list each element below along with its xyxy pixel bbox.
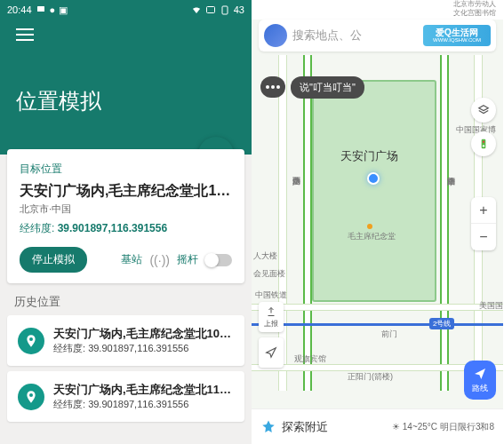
poi-memorial: 毛主席纪念堂	[348, 231, 396, 242]
pin-icon	[18, 328, 44, 354]
history-item[interactable]: 天安门广场内,毛主席纪念堂北110米 经纬度: 39.901897,116.39…	[7, 371, 244, 422]
history-section-title: 历史位置	[14, 294, 252, 310]
status-bar: 20:44 ● ▣ 43	[0, 0, 252, 20]
cast-icon	[205, 4, 216, 15]
sun-icon: ☀	[392, 422, 400, 432]
park-area	[312, 80, 436, 302]
weather-info: ☀ 14~25°C 明日限行3和8	[392, 422, 494, 432]
poi-tieda: 中国铁道	[255, 289, 287, 301]
voice-tip[interactable]: 说"叮当叮当"	[291, 76, 364, 99]
target-address: 天安门广场内,毛主席纪念堂北109..	[20, 182, 232, 201]
history-coord: 经纬度: 39.901897,116.391556	[53, 342, 234, 355]
svg-rect-3	[482, 139, 486, 149]
history-address: 天安门广场内,毛主席纪念堂北109米	[53, 326, 234, 342]
stop-button[interactable]: 停止模拟	[20, 247, 87, 273]
joystick-toggle[interactable]	[205, 254, 232, 266]
poi-huimian: 会见面楼	[253, 268, 285, 280]
search-input[interactable]: 搜索地点、公	[292, 28, 418, 44]
park-name: 天安门广场	[340, 148, 398, 164]
wifi-icon	[191, 4, 202, 15]
more-button[interactable]	[260, 76, 285, 98]
target-label: 目标位置	[20, 162, 232, 177]
app-icon: ▣	[59, 4, 68, 16]
zoom-controls: + −	[471, 197, 496, 250]
menu-icon[interactable]	[16, 28, 34, 41]
poi-renda: 人大楼	[253, 250, 277, 262]
layers-button[interactable]	[471, 98, 496, 123]
battery-icon	[220, 4, 230, 15]
pin-icon	[18, 384, 44, 410]
svg-point-4	[483, 141, 484, 143]
target-city: 北京市·中国	[20, 202, 232, 216]
current-location-dot	[367, 172, 380, 185]
subway-line-badge: 2号线	[429, 318, 454, 329]
target-coord: 经纬度: 39.901897,116.391556	[20, 221, 232, 236]
history-address: 天安门广场内,毛主席纪念堂北110米	[53, 382, 234, 398]
target-card: 目标位置 天安门广场内,毛主席纪念堂北109.. 北京市·中国 经纬度: 39.…	[7, 149, 244, 283]
msg-icon: ●	[50, 4, 56, 15]
traffic-button[interactable]	[471, 131, 496, 156]
search-bar[interactable]: 搜索地点、公 爱Q生活网 WWW.IQSHW.COM	[259, 20, 496, 52]
battery-pct: 43	[234, 4, 244, 15]
map[interactable]: 天安门广场 毛主席纪念堂 中国国家博 广场东侧路 广场西侧路 人大楼 会见面楼 …	[252, 20, 503, 444]
svg-rect-0	[37, 6, 44, 12]
poi-qianmen: 前门	[381, 329, 397, 340]
brand-badge: 爱Q生活网 WWW.IQSHW.COM	[423, 25, 491, 46]
zoom-out-button[interactable]: −	[471, 224, 496, 250]
history-coord: 经纬度: 39.901897,116.391556	[53, 398, 234, 411]
route-button[interactable]: 路线	[464, 361, 496, 400]
poi-meiguo: 美国国	[479, 300, 503, 312]
poi-marker	[367, 224, 372, 229]
svg-point-5	[483, 145, 484, 147]
base-station-toggle[interactable]: 基站	[121, 252, 142, 267]
watermark-text: 北京市劳动人文化宫图书馆	[453, 0, 496, 17]
svg-rect-1	[206, 7, 214, 13]
explore-icon	[260, 419, 276, 435]
poi-zhengyang: 正阳门(箭楼)	[348, 371, 393, 383]
avatar[interactable]	[264, 24, 287, 47]
mock-location-app: 20:44 ● ▣ 43 位置模拟 + 目标位置 天安门广场内,毛主席纪念堂北1…	[0, 0, 252, 444]
map-app: 北京市劳动人文化宫图书馆 天安门广场 毛主席纪念堂 中国国家博 广场东侧路 广场…	[252, 0, 503, 444]
zoom-in-button[interactable]: +	[471, 197, 496, 224]
status-time: 20:44	[7, 4, 32, 15]
locate-button[interactable]	[259, 337, 284, 368]
history-item[interactable]: 天安门广场内,毛主席纪念堂北109米 经纬度: 39.901897,116.39…	[7, 315, 244, 366]
header: 位置模拟 +	[0, 20, 252, 155]
svg-rect-2	[222, 6, 228, 14]
bottom-bar: 探索附近 ☀ 14~25°C 明日限行3和8	[252, 408, 503, 444]
explore-nearby[interactable]: 探索附近	[282, 419, 387, 435]
notif-icon	[36, 4, 46, 15]
status-bar: 北京市劳动人文化宫图书馆	[252, 0, 503, 20]
upload-button[interactable]: 上报	[259, 302, 284, 332]
poi-guanqi: 观旗宾馆	[294, 353, 326, 365]
antenna-icon: ((·))	[149, 253, 170, 267]
app-title: 位置模拟	[16, 87, 236, 115]
joystick-label: 摇杆	[177, 252, 198, 267]
